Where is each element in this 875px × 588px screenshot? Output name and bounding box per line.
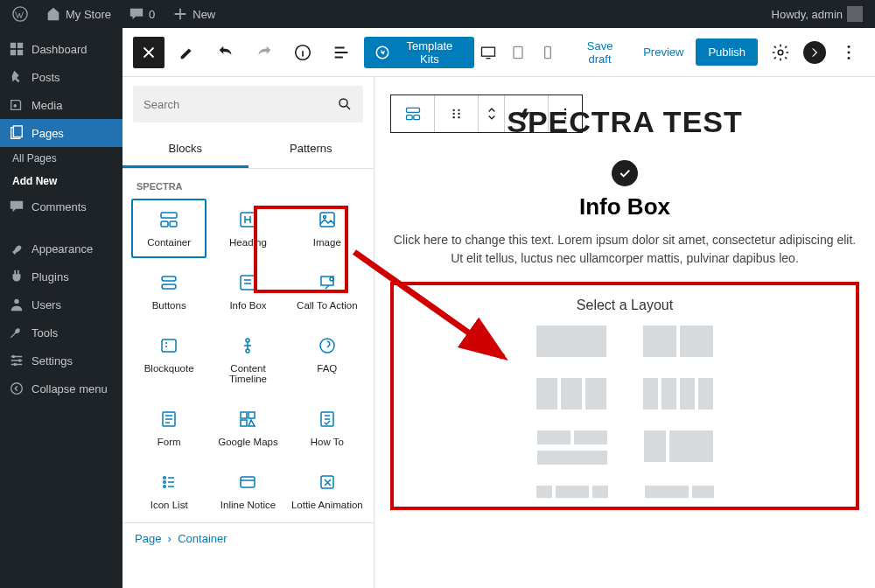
tab-blocks[interactable]: Blocks	[122, 131, 248, 168]
svg-point-12	[11, 383, 23, 395]
block-inserter: Blocks Patterns SPECTRA ContainerHeading…	[122, 77, 374, 588]
tab-patterns[interactable]: Patterns	[248, 131, 374, 168]
svg-point-51	[458, 113, 459, 115]
desktop-view[interactable]	[474, 38, 502, 66]
svg-rect-17	[545, 46, 551, 58]
block-type-icon[interactable]	[391, 95, 435, 132]
more-button[interactable]	[833, 37, 864, 68]
svg-point-32	[330, 277, 333, 281]
block-heading[interactable]: Heading	[208, 197, 287, 260]
svg-rect-24	[161, 221, 168, 227]
mobile-view[interactable]	[534, 38, 562, 66]
svg-point-20	[848, 51, 850, 53]
layout-1-2[interactable]	[644, 430, 713, 465]
svg-rect-16	[514, 46, 522, 58]
svg-rect-3	[10, 50, 16, 55]
move-up-down[interactable]	[479, 95, 505, 132]
sidenav-media[interactable]: Media	[0, 91, 122, 119]
svg-rect-2	[18, 43, 23, 48]
svg-rect-31	[241, 276, 255, 290]
new-content[interactable]: New	[167, 6, 220, 22]
block-form[interactable]: Form	[130, 396, 208, 459]
layout-a[interactable]	[536, 486, 608, 498]
sidenav-comments[interactable]: Comments	[0, 192, 122, 220]
sidenav-sub-all-pages[interactable]: All Pages	[0, 147, 122, 170]
layout-3col[interactable]	[536, 378, 606, 410]
admin-bar: My Store 0 New Howdy, admin	[0, 0, 875, 28]
svg-point-40	[164, 481, 166, 484]
layout-b[interactable]	[645, 486, 714, 498]
drag-handle[interactable]	[435, 95, 479, 132]
svg-point-21	[848, 56, 850, 59]
svg-point-52	[458, 116, 459, 118]
search-input[interactable]	[144, 98, 311, 111]
sidenav-dashboard[interactable]: Dashboard	[0, 35, 122, 63]
undo-button[interactable]	[210, 37, 242, 68]
block-container[interactable]: Container	[130, 197, 208, 260]
block-how-to[interactable]: How To	[288, 396, 367, 459]
block-lottie-animation[interactable]: Lottie Animation	[288, 459, 367, 522]
preview-button[interactable]: Preview	[638, 40, 689, 64]
svg-point-9	[12, 355, 16, 359]
block-content-timeline[interactable]: Content Timeline	[208, 323, 287, 396]
svg-rect-42	[241, 477, 255, 487]
block-icon-list[interactable]: Icon List	[130, 459, 208, 522]
layout-picker: Select a Layout	[390, 282, 859, 510]
svg-rect-4	[18, 50, 23, 55]
infobox-text[interactable]: Click here to change this text. Lorem ip…	[390, 231, 859, 268]
block-blockquote[interactable]: Blockquote	[130, 323, 208, 396]
sidenav-users[interactable]: Users	[0, 290, 122, 318]
layout-title: Select a Layout	[402, 298, 847, 313]
svg-point-5	[13, 104, 17, 108]
layout-2-1[interactable]	[537, 430, 607, 465]
svg-point-34	[246, 339, 249, 342]
svg-point-8	[14, 299, 18, 304]
sidenav-posts[interactable]: Posts	[0, 63, 122, 91]
user-greeting[interactable]: Howdy, admin	[766, 6, 868, 22]
avatar	[847, 6, 863, 22]
block-inline-notice[interactable]: Inline Notice	[208, 459, 287, 522]
layout-2col[interactable]	[643, 326, 713, 357]
sidenav-tools[interactable]: Tools	[0, 318, 122, 346]
sidenav-pages[interactable]: Pages	[0, 119, 122, 147]
block-call-to-action[interactable]: Call To Action	[288, 260, 367, 323]
wp-logo[interactable]	[7, 6, 33, 22]
block-image[interactable]: Image	[288, 197, 367, 260]
edit-button[interactable]	[172, 37, 203, 68]
redo-button[interactable]	[248, 37, 280, 68]
settings-button[interactable]	[765, 37, 796, 68]
spectra-icon[interactable]	[803, 41, 826, 64]
template-kits-button[interactable]: Template Kits	[364, 37, 474, 68]
sidenav-sub-add-new[interactable]: Add New	[0, 170, 122, 192]
outline-button[interactable]	[326, 37, 357, 68]
block-buttons[interactable]: Buttons	[130, 260, 208, 323]
close-inserter-button[interactable]	[133, 37, 164, 68]
block-google-maps[interactable]: Google Maps	[208, 396, 287, 459]
layout-1col[interactable]	[536, 326, 606, 357]
comments-count[interactable]: 0	[123, 6, 160, 22]
sidenav-appearance[interactable]: Appearance	[0, 234, 122, 262]
svg-rect-44	[406, 108, 419, 112]
site-name[interactable]: My Store	[40, 6, 116, 22]
sidenav-settings[interactable]: Settings	[0, 346, 122, 374]
editor-canvas[interactable]: SPECTRA TEST Info Box Click here to chan…	[374, 77, 875, 588]
sidenav-plugins[interactable]: Plugins	[0, 262, 122, 290]
svg-point-36	[320, 339, 334, 353]
category-label: SPECTRA	[122, 169, 374, 197]
svg-point-28	[323, 216, 326, 219]
svg-point-19	[848, 46, 850, 48]
svg-point-10	[18, 359, 22, 362]
save-draft-button[interactable]: Save draft	[569, 34, 631, 71]
publish-button[interactable]: Publish	[696, 38, 758, 66]
block-faq[interactable]: FAQ	[288, 323, 367, 396]
info-button[interactable]	[287, 37, 318, 68]
tablet-view[interactable]	[504, 38, 532, 66]
svg-point-39	[164, 477, 166, 480]
search-box[interactable]	[133, 86, 363, 122]
breadcrumb[interactable]: Page › Container	[122, 522, 374, 554]
sidenav-collapse-menu[interactable]: Collapse menu	[0, 374, 122, 402]
admin-sidebar: DashboardPostsMediaPagesAll PagesAdd New…	[0, 28, 122, 588]
infobox-title[interactable]: Info Box	[390, 193, 859, 220]
layout-4col[interactable]	[643, 378, 713, 410]
block-info-box[interactable]: Info Box	[208, 260, 287, 323]
